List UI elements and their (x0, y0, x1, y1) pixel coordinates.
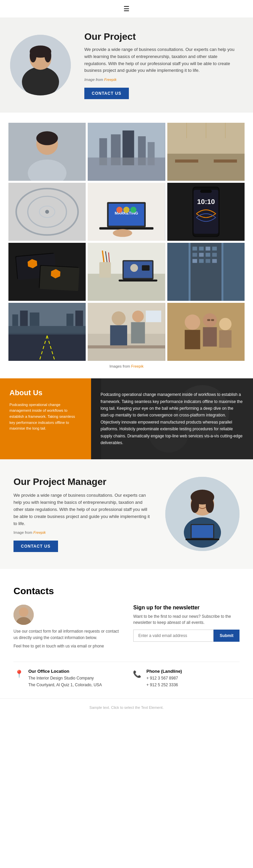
gallery-item-7: MARK DESIGN (8, 243, 86, 301)
svg-point-7 (45, 49, 51, 62)
location-icon: 📍 (13, 669, 24, 679)
phone-text: Phone (Landline) + 912 3 567 8987 + 912 … (146, 669, 182, 688)
svg-rect-99 (146, 311, 161, 322)
svg-rect-39 (100, 227, 154, 230)
hero-contact-button[interactable]: CONTACT US (84, 88, 129, 99)
svg-rect-53 (39, 266, 79, 291)
svg-rect-44 (194, 190, 218, 234)
svg-point-36 (116, 207, 122, 213)
svg-point-63 (130, 264, 138, 272)
svg-rect-68 (192, 247, 197, 250)
newsletter-description: Want to be the first to read our news? S… (133, 613, 240, 626)
svg-rect-88 (75, 311, 83, 326)
svg-point-31 (45, 210, 49, 213)
contacts-right: Sign up for the newsletter Want to be th… (133, 605, 240, 652)
gallery-item-2 (88, 123, 165, 181)
hero-title: Our Project (84, 31, 236, 42)
svg-point-38 (130, 207, 136, 213)
svg-rect-75 (212, 253, 217, 257)
svg-point-125 (19, 607, 28, 617)
svg-rect-67 (190, 243, 221, 301)
hero-image (10, 35, 71, 95)
svg-rect-19 (88, 157, 165, 181)
svg-rect-110 (211, 319, 214, 321)
gallery-item-4 (8, 183, 86, 241)
hero-section: Our Project We provide a wide range of b… (0, 18, 253, 113)
contact-text1: Use our contact form for all information… (13, 628, 120, 641)
svg-point-40 (113, 229, 132, 237)
contacts-section: Contacts Use our contact form for all in… (0, 569, 253, 698)
navigation: ☰ (0, 0, 253, 18)
gallery-freepik-link[interactable]: Freepik (131, 364, 144, 368)
footer-note: Sample text. Click to select the Text El… (0, 698, 253, 715)
gallery-note: Images from Freepik (8, 364, 245, 368)
gallery-section: MARKETING 10:10 (0, 113, 253, 378)
svg-rect-87 (66, 314, 74, 326)
phone-number-2: + 912 5 252 3336 (146, 682, 182, 688)
gallery-item-5: MARKETING (88, 183, 165, 241)
svg-rect-69 (199, 247, 204, 250)
contacts-left: Use our contact form for all information… (13, 605, 120, 652)
svg-point-118 (191, 498, 199, 513)
svg-rect-57 (100, 262, 111, 278)
svg-rect-109 (207, 319, 210, 321)
hamburger-icon[interactable]: ☰ (123, 5, 130, 13)
svg-rect-73 (199, 253, 204, 257)
pm-contact-button[interactable]: CONTACT US (13, 541, 58, 552)
svg-point-103 (185, 314, 200, 330)
newsletter-form: Submit (133, 630, 240, 642)
office-title: Our Office Location (28, 669, 102, 674)
about-text-column: Podcasting operational change management… (91, 378, 253, 459)
svg-rect-108 (219, 330, 231, 348)
gallery-item-1 (8, 123, 86, 181)
svg-rect-72 (192, 253, 197, 257)
svg-point-6 (30, 49, 36, 62)
about-orange-box: About Us Podcasting operational change m… (0, 378, 91, 459)
pm-description: We provide a wide range of business cons… (13, 492, 152, 527)
gallery-item-11 (88, 303, 165, 361)
svg-rect-96 (110, 325, 127, 348)
svg-rect-81 (223, 243, 245, 301)
pm-content: Our Project Manager We provide a wide ra… (13, 476, 152, 552)
contacts-info-row: 📍 Our Office Location The Interior Desig… (13, 662, 240, 688)
about-section: About Us Podcasting operational change m… (0, 378, 253, 459)
contact-text2: Feel free to get in touch with us via em… (13, 643, 120, 649)
contacts-title: Contacts (13, 586, 240, 597)
svg-point-97 (132, 311, 144, 322)
svg-rect-106 (203, 327, 217, 346)
svg-rect-85 (20, 311, 28, 326)
newsletter-submit-button[interactable]: Submit (214, 630, 240, 642)
svg-rect-123 (186, 539, 219, 540)
gallery-grid: MARKETING 10:10 (8, 123, 245, 361)
about-right-text: Podcasting operational change management… (101, 391, 243, 446)
svg-rect-21 (167, 154, 245, 181)
hero-image-note: Image from Freepik (84, 77, 236, 83)
svg-point-10 (36, 131, 58, 145)
svg-point-119 (206, 498, 214, 513)
svg-point-107 (219, 318, 231, 330)
svg-rect-80 (167, 243, 189, 301)
svg-rect-74 (205, 253, 210, 257)
svg-point-37 (123, 207, 130, 213)
newsletter-email-input[interactable] (133, 630, 214, 642)
svg-rect-25 (175, 160, 198, 163)
svg-rect-122 (192, 525, 213, 538)
gallery-item-6: 10:10 (167, 183, 245, 241)
svg-rect-65 (119, 280, 158, 282)
svg-rect-76 (192, 259, 197, 263)
about-left-text: Podcasting operational change management… (9, 402, 82, 432)
office-info: 📍 Our Office Location The Interior Desig… (13, 669, 121, 688)
svg-rect-83 (8, 303, 86, 326)
svg-rect-86 (30, 312, 39, 326)
gallery-item-3 (167, 123, 245, 181)
gallery-item-10 (8, 303, 86, 361)
office-address-line1: The Interior Design Studio Company (28, 675, 102, 682)
about-title: About Us (9, 388, 82, 397)
pm-image-note: Image from Freepik (13, 530, 152, 536)
svg-rect-26 (214, 160, 237, 163)
svg-rect-70 (205, 247, 210, 250)
svg-rect-98 (131, 322, 145, 343)
svg-rect-104 (185, 330, 200, 349)
newsletter-title: Sign up for the newsletter (133, 605, 240, 611)
hero-content: Our Project We provide a wide range of b… (84, 31, 236, 99)
